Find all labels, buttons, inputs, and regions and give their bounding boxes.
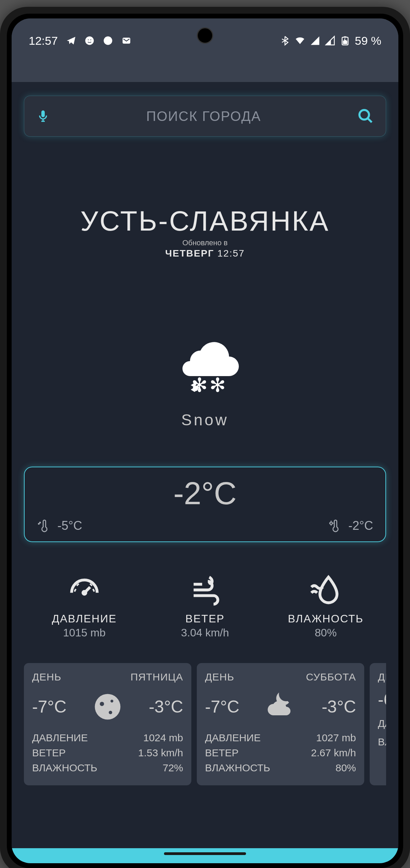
app-header (12, 63, 398, 82)
phone-bezel: 12:57 59 % (7, 14, 403, 868)
svg-point-0 (85, 37, 94, 45)
search-placeholder: ПОИСК ГОРОДА (50, 109, 357, 124)
fc-humidity: 80% (336, 762, 356, 774)
svg-point-17 (109, 711, 112, 714)
humidity-metric: ВЛАЖНОСТЬ 80% (265, 573, 386, 639)
svg-point-2 (91, 39, 92, 40)
telegram-icon (66, 36, 76, 46)
wind-icon (188, 573, 222, 607)
pressure-value: 1015 mb (24, 626, 145, 639)
battery-percent: 59 % (355, 34, 382, 47)
fc-wind-label: ВЕТЕР (205, 747, 238, 759)
signal-2-icon (325, 36, 335, 46)
forecast-day-label: ДЕНЬ (32, 671, 62, 683)
face-icon (84, 36, 95, 46)
updated-day: ЧЕТВЕРГ (165, 248, 214, 259)
fc-wind-label: ВЕТЕР (32, 747, 66, 759)
updated-label: Обновлено в (24, 238, 386, 247)
high-temp-item: -2°C (328, 518, 373, 533)
cloudy-night-icon (263, 690, 298, 724)
svg-text:✻: ✻ (191, 374, 208, 396)
humidity-drop-icon (309, 573, 343, 607)
forecast-row[interactable]: ДЕНЬ ПЯТНИЦА -7°C -3°C ДАВЛЕНИЕ1024 mb В… (24, 663, 386, 785)
cold-thermometer-icon (37, 518, 52, 533)
temperature-card: -2°C -5°C -2°C (24, 467, 386, 542)
fc-humidity-label: ВЛА (378, 736, 386, 748)
fc-humidity: 72% (163, 762, 183, 774)
svg-rect-8 (41, 110, 45, 117)
location-block: УСТЬ-СЛАВЯНКА Обновлено в ЧЕТВЕРГ 12:57 (24, 205, 386, 259)
hot-thermometer-icon (328, 518, 343, 533)
pressure-label: ДАВЛЕНИЕ (24, 612, 145, 625)
fc-wind: 2.67 km/h (311, 747, 356, 759)
fc-pressure-label: ДА (378, 718, 386, 729)
mail-icon (121, 36, 132, 46)
screen: 12:57 59 % (12, 18, 398, 863)
svg-point-1 (88, 39, 89, 40)
moon-icon (91, 690, 125, 724)
forecast-card[interactable]: ДЕНЬ ПЯТНИЦА -7°C -3°C ДАВЛЕНИЕ1024 mb В… (24, 663, 191, 785)
svg-text:✻: ✻ (209, 374, 226, 396)
wind-label: ВЕТЕР (145, 612, 265, 625)
bottom-accent-bar (12, 848, 398, 863)
clock: 12:57 (29, 34, 58, 47)
wind-metric: ВЕТЕР 3.04 km/h (145, 573, 265, 639)
low-temp-item: -5°C (37, 518, 82, 533)
camera-notch (197, 27, 213, 44)
forecast-high: -3°C (149, 697, 183, 717)
nav-handle[interactable] (164, 852, 246, 855)
svg-point-12 (330, 522, 332, 524)
forecast-weekday: ПЯТНИЦА (131, 671, 183, 683)
pressure-gauge-icon (67, 573, 101, 607)
mic-icon[interactable] (36, 108, 50, 125)
condition-label: Snow (24, 411, 386, 429)
battery-icon (340, 36, 350, 46)
wifi-icon (295, 36, 305, 46)
signal-1-icon (310, 36, 320, 46)
status-left: 12:57 (29, 34, 132, 47)
search-bar[interactable]: ПОИСК ГОРОДА (24, 96, 386, 137)
pressure-metric: ДАВЛЕНИЕ 1015 mb (24, 573, 145, 639)
svg-point-14 (95, 694, 121, 720)
forecast-card[interactable]: ДЕНЬ СУББОТА -7°C -3°C ДАВЛЕНИЕ1027 mb В… (197, 663, 364, 785)
svg-point-3 (104, 37, 112, 45)
updated-time-value: 12:57 (217, 248, 245, 259)
circle-icon (103, 36, 113, 46)
forecast-low: -6° (378, 690, 386, 709)
city-name: УСТЬ-СЛАВЯНКА (24, 205, 386, 237)
bluetooth-icon (280, 36, 290, 46)
phone-frame: 12:57 59 % (0, 7, 410, 868)
wind-value: 3.04 km/h (145, 626, 265, 639)
low-temp: -5°C (57, 519, 82, 533)
fc-pressure: 1027 mb (316, 732, 356, 744)
main-temperature: -2°C (37, 476, 373, 511)
forecast-day-label: ДЕН (378, 671, 386, 683)
fc-pressure-label: ДАВЛЕНИЕ (32, 732, 88, 744)
high-temp: -2°C (348, 519, 373, 533)
svg-point-13 (83, 591, 85, 594)
humidity-value: 80% (265, 626, 386, 639)
forecast-weekday: СУББОТА (306, 671, 356, 683)
svg-rect-6 (344, 37, 346, 38)
forecast-day-label: ДЕНЬ (205, 671, 234, 683)
humidity-label: ВЛАЖНОСТЬ (265, 612, 386, 625)
content: ПОИСК ГОРОДА УСТЬ-СЛАВЯНКА Обновлено в Ч… (12, 82, 398, 848)
fc-wind: 1.53 km/h (138, 747, 183, 759)
snow-cloud-icon: ✻ ✻ (167, 327, 243, 402)
svg-point-9 (359, 110, 369, 120)
metrics-row: ДАВЛЕНИЕ 1015 mb ВЕТЕР 3.04 km/h ВЛАЖНОС… (24, 573, 386, 639)
fc-pressure-label: ДАВЛЕНИЕ (205, 732, 261, 744)
fc-humidity-label: ВЛАЖНОСТЬ (32, 762, 97, 774)
weather-condition-block: ✻ ✻ Snow (24, 327, 386, 429)
forecast-low: -7°C (32, 697, 67, 717)
svg-point-16 (110, 700, 113, 702)
updated-time: ЧЕТВЕРГ 12:57 (24, 248, 386, 259)
search-icon[interactable] (357, 108, 374, 124)
status-right: 59 % (280, 34, 382, 47)
forecast-low: -7°C (205, 697, 240, 717)
fc-humidity-label: ВЛАЖНОСТЬ (205, 762, 270, 774)
forecast-card[interactable]: ДЕН -6° ДА ВЛА (370, 663, 386, 785)
fc-pressure: 1024 mb (143, 732, 183, 744)
svg-point-15 (100, 702, 104, 706)
forecast-high: -3°C (322, 697, 356, 717)
